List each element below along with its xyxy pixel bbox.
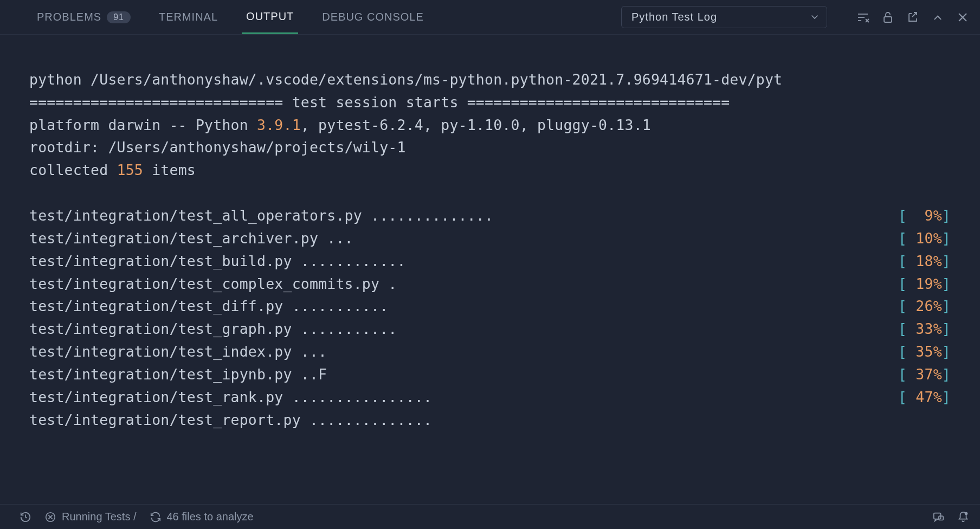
- tab-problems-label: PROBLEMS: [37, 11, 101, 23]
- test-path: test/integration/test_all_operators.py .…: [29, 204, 493, 227]
- status-bar: Running Tests / 46 files to analyze: [0, 504, 980, 529]
- test-row: test/integration/test_build.py .........…: [29, 250, 951, 273]
- status-running-label: Running Tests /: [62, 511, 137, 523]
- tab-debug-console[interactable]: DEBUG CONSOLE: [318, 1, 428, 33]
- output-python-version: 3.9.1: [257, 117, 301, 133]
- chevron-up-icon[interactable]: [931, 11, 944, 24]
- test-path: test/integration/test_diff.py ..........…: [29, 295, 388, 318]
- close-icon[interactable]: [956, 11, 969, 24]
- panel-tab-bar: PROBLEMS 91 TERMINAL OUTPUT DEBUG CONSOL…: [0, 0, 980, 35]
- test-path: test/integration/test_index.py ...: [29, 340, 327, 363]
- test-progress: [ 33%]: [898, 318, 951, 340]
- test-path: test/integration/test_complex_commits.py…: [29, 273, 397, 295]
- output-content[interactable]: python /Users/anthonyshaw/.vscode/extens…: [0, 35, 980, 504]
- output-command: python /Users/anthonyshaw/.vscode/extens…: [29, 71, 782, 88]
- feedback-icon: [932, 511, 944, 523]
- test-results: test/integration/test_all_operators.py .…: [29, 204, 951, 431]
- test-row: test/integration/test_diff.py ..........…: [29, 295, 951, 318]
- output-collected-count: 155: [117, 162, 143, 178]
- bell-icon: [957, 511, 969, 523]
- test-row: test/integration/test_report.py ........…: [29, 409, 951, 431]
- test-progress: [ 35%]: [898, 340, 951, 363]
- test-row: test/integration/test_archiver.py ...[ 1…: [29, 227, 951, 250]
- output-session-header: ============================= test sessi…: [29, 94, 730, 111]
- test-progress: [ 19%]: [898, 273, 951, 295]
- history-icon: [20, 511, 31, 523]
- status-analyze[interactable]: 46 files to analyze: [150, 511, 254, 523]
- test-progress: [ 37%]: [898, 363, 951, 386]
- test-path: test/integration/test_rank.py ..........…: [29, 386, 432, 409]
- output-rootdir: rootdir: /Users/anthonyshaw/projects/wil…: [29, 139, 406, 156]
- refresh-icon: [150, 511, 162, 523]
- status-analyze-label: 46 files to analyze: [167, 511, 254, 523]
- test-row: test/integration/test_all_operators.py .…: [29, 204, 951, 227]
- open-file-icon[interactable]: [906, 11, 919, 24]
- test-path: test/integration/test_graph.py .........…: [29, 318, 397, 340]
- tab-output[interactable]: OUTPUT: [242, 1, 298, 34]
- test-path: test/integration/test_build.py .........…: [29, 250, 406, 273]
- test-row: test/integration/test_index.py ...[ 35%]: [29, 340, 951, 363]
- output-collected-suffix: items: [143, 162, 196, 178]
- status-notifications[interactable]: [957, 511, 969, 523]
- test-progress: [ 18%]: [898, 250, 951, 273]
- test-progress: [ 47%]: [898, 386, 951, 409]
- filter-icon[interactable]: [856, 11, 869, 24]
- tab-problems[interactable]: PROBLEMS 91: [33, 1, 135, 33]
- test-progress: [ 9%]: [898, 204, 951, 227]
- status-feedback[interactable]: [932, 511, 944, 523]
- tab-terminal-label: TERMINAL: [159, 11, 218, 23]
- chevron-down-icon: [810, 13, 819, 22]
- test-progress: [ 10%]: [898, 227, 951, 250]
- test-path: test/integration/test_archiver.py ...: [29, 227, 353, 250]
- lock-icon[interactable]: [881, 11, 894, 24]
- output-platform-prefix: platform darwin -- Python: [29, 117, 257, 133]
- svg-rect-5: [884, 17, 892, 22]
- test-path: test/integration/test_ipynb.py ..F: [29, 363, 327, 386]
- test-row: test/integration/test_complex_commits.py…: [29, 273, 951, 295]
- tab-debug-console-label: DEBUG CONSOLE: [322, 11, 423, 23]
- test-path: test/integration/test_report.py ........…: [29, 409, 432, 431]
- problems-badge: 91: [107, 11, 131, 23]
- test-row: test/integration/test_rank.py ..........…: [29, 386, 951, 409]
- tab-output-label: OUTPUT: [246, 10, 294, 23]
- test-row: test/integration/test_ipynb.py ..F[ 37%]: [29, 363, 951, 386]
- error-icon: [44, 511, 56, 523]
- status-running-tests[interactable]: Running Tests /: [44, 511, 137, 523]
- output-collected-prefix: collected: [29, 162, 117, 178]
- output-toolbar: [856, 11, 969, 24]
- test-row: test/integration/test_graph.py .........…: [29, 318, 951, 340]
- status-history[interactable]: [20, 511, 31, 523]
- output-channel-select[interactable]: Python Test Log: [621, 6, 827, 28]
- test-progress: [ 26%]: [898, 295, 951, 318]
- output-platform-suffix: , pytest-6.2.4, py-1.10.0, pluggy-0.13.1: [301, 117, 651, 133]
- output-channel-label: Python Test Log: [631, 11, 717, 23]
- svg-point-9: [965, 512, 968, 515]
- tab-terminal[interactable]: TERMINAL: [154, 1, 222, 33]
